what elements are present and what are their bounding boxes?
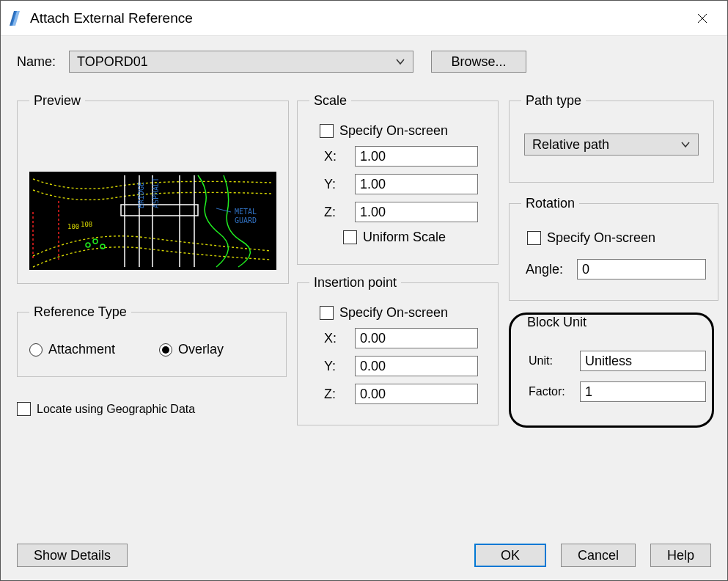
- scale-group: Scale Specify On-screen X: Y: Z:: [297, 93, 499, 265]
- close-icon: [697, 13, 707, 23]
- block-unit-label: Unit:: [529, 354, 570, 368]
- autocad-icon: [8, 10, 21, 27]
- insertion-z-input[interactable]: [355, 384, 478, 404]
- checkbox-icon: [17, 402, 31, 416]
- insertion-x-label: X:: [324, 331, 345, 346]
- attachment-label: Attachment: [48, 342, 115, 357]
- name-select[interactable]: TOPORD01: [69, 51, 413, 73]
- attachment-radio[interactable]: Attachment: [29, 342, 115, 357]
- checkbox-icon: [527, 231, 541, 245]
- name-row: Name: TOPORD01 Browse...: [17, 51, 714, 73]
- cancel-button[interactable]: Cancel: [561, 544, 636, 567]
- insertion-x-input[interactable]: [355, 328, 478, 348]
- preview-group: Preview: [17, 93, 289, 284]
- titlebar: Attach External Reference: [1, 1, 727, 36]
- block-unit-group: Block Unit Unit: Factor:: [511, 315, 718, 425]
- dialog-content: Name: TOPORD01 Browse... Preview: [1, 36, 727, 580]
- scale-specify-label: Specify On-screen: [339, 123, 448, 139]
- close-button[interactable]: [686, 7, 718, 29]
- svg-text:100: 100: [67, 223, 79, 230]
- path-type-legend: Path type: [521, 93, 586, 109]
- insertion-y-input[interactable]: [355, 356, 478, 376]
- preview-text-metal: METAL: [235, 208, 257, 216]
- insertion-specify-label: Specify On-screen: [339, 305, 448, 321]
- block-factor-label: Factor:: [529, 385, 570, 398]
- scale-z-label: Z:: [324, 205, 345, 220]
- overlay-label: Overlay: [178, 342, 224, 357]
- checkbox-icon: [320, 124, 334, 138]
- rotation-legend: Rotation: [521, 196, 579, 211]
- block-unit-legend: Block Unit: [526, 315, 588, 330]
- svg-text:108: 108: [81, 221, 92, 228]
- chevron-down-icon: [395, 56, 405, 67]
- preview-canvas: ASPHALT BRIDGE METAL GUARD 100108: [29, 172, 276, 270]
- show-details-button[interactable]: Show Details: [17, 544, 128, 567]
- dialog-attach-external-reference: Attach External Reference Name: TOPORD01…: [0, 0, 728, 581]
- insertion-point-group: Insertion point Specify On-screen X: Y:: [297, 275, 499, 425]
- angle-label: Angle:: [526, 262, 567, 277]
- block-unit-highlight: Block Unit Unit: Factor:: [509, 313, 714, 428]
- scale-y-label: Y:: [324, 177, 345, 192]
- rotation-specify-label: Specify On-screen: [547, 230, 655, 246]
- checkbox-icon: [320, 306, 334, 320]
- reference-type-legend: Reference Type: [29, 304, 131, 320]
- block-factor-value: [580, 381, 706, 402]
- preview-text-guard: GUARD: [235, 216, 257, 224]
- scale-legend: Scale: [309, 93, 351, 109]
- name-select-value: TOPORD01: [77, 54, 148, 70]
- scale-z-input[interactable]: [355, 202, 478, 222]
- window-title: Attach External Reference: [30, 10, 686, 26]
- locate-label: Locate using Geographic Data: [37, 403, 195, 416]
- preview-legend: Preview: [29, 93, 85, 109]
- overlay-radio[interactable]: Overlay: [159, 342, 224, 357]
- insertion-legend: Insertion point: [309, 275, 401, 290]
- rotation-group: Rotation Specify On-screen Angle:: [509, 196, 718, 301]
- name-label: Name:: [17, 54, 56, 70]
- dialog-footer: Show Details OK Cancel Help: [17, 544, 711, 567]
- angle-input[interactable]: [577, 259, 706, 279]
- scale-x-label: X:: [324, 149, 345, 164]
- path-type-value: Relative path: [532, 137, 609, 153]
- insertion-z-label: Z:: [324, 387, 345, 402]
- locate-geographic-checkbox[interactable]: Locate using Geographic Data: [17, 402, 287, 416]
- path-type-select[interactable]: Relative path: [524, 134, 699, 156]
- reference-type-group: Reference Type Attachment Overlay: [17, 304, 287, 377]
- chevron-down-icon: [680, 139, 691, 150]
- radio-icon-selected: [159, 343, 172, 357]
- block-unit-value: [580, 351, 706, 371]
- ok-button[interactable]: OK: [474, 544, 546, 567]
- insertion-y-label: Y:: [324, 359, 345, 374]
- uniform-scale-label: Uniform Scale: [363, 230, 446, 245]
- radio-icon: [29, 343, 43, 357]
- scale-x-input[interactable]: [355, 146, 478, 167]
- help-button[interactable]: Help: [650, 544, 711, 567]
- browse-button[interactable]: Browse...: [431, 51, 526, 73]
- preview-text-asphalt: ASPHALT: [152, 178, 160, 208]
- path-type-group: Path type Relative path: [509, 93, 714, 183]
- scale-y-input[interactable]: [355, 174, 478, 194]
- preview-text-bridge: BRIDGE: [137, 182, 145, 208]
- checkbox-icon: [343, 230, 357, 244]
